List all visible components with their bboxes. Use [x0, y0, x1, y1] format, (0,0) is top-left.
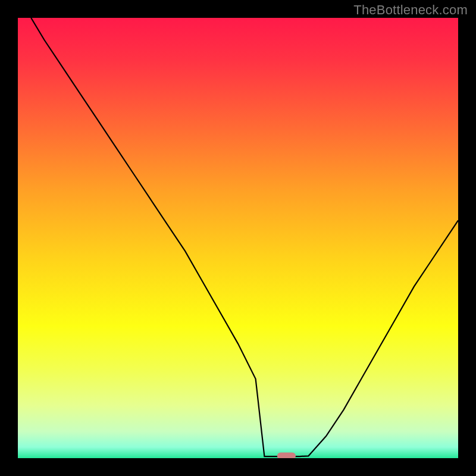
optimal-marker — [277, 452, 296, 458]
plot-area — [18, 18, 458, 458]
chart-svg — [18, 18, 458, 458]
chart-container: TheBottleneck.com — [0, 0, 476, 476]
gradient-background — [18, 18, 458, 458]
attribution-watermark: TheBottleneck.com — [353, 2, 468, 18]
